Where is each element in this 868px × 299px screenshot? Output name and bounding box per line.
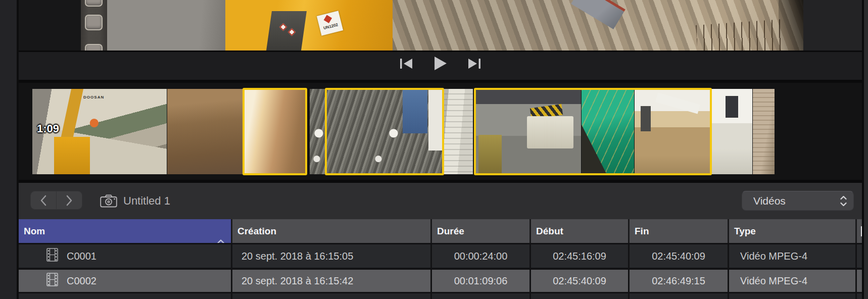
clip-filmstrip: DOOSAN 1:09 — [19, 83, 862, 180]
history-nav-control — [30, 191, 82, 210]
cell-type: Vidéo MPEG-4 — [729, 244, 855, 268]
column-label: Début — [536, 226, 563, 236]
cell-type — [729, 293, 855, 299]
hazard-plate: UN1202 — [317, 11, 343, 35]
cell-debut: 02:45:40:09 — [531, 270, 628, 292]
media-filter-value: Vidéos — [742, 195, 840, 207]
metal-beam — [571, 0, 625, 29]
column-header-type[interactable]: Type — [729, 219, 855, 243]
hazard-diamond-icon — [324, 15, 332, 23]
selection-outline — [474, 88, 712, 175]
camera-icon — [100, 194, 117, 210]
yellow-machine: UN1202 — [225, 0, 393, 51]
cell-creation: 20 sept. 2018 à 16:15:05 — [232, 244, 430, 268]
table-row-partial — [19, 293, 862, 299]
shadow-edge — [779, 0, 803, 51]
cell-type: Vidéo MPEG-4 — [729, 270, 855, 292]
cell-duree: 00:01:09:06 — [432, 270, 529, 292]
play-icon — [434, 57, 447, 70]
selection-outline — [325, 88, 444, 175]
table-row[interactable]: C0001 20 sept. 2018 à 16:15:05 00:00:24:… — [19, 244, 862, 268]
column-header-fin[interactable]: Fin — [630, 219, 728, 243]
skip-to-start-icon — [400, 58, 413, 69]
sprocket-hole — [85, 0, 103, 7]
table-header: Nom Création Durée Début Fin Type — [19, 219, 862, 243]
playback-controls — [19, 52, 862, 80]
chevron-right-icon — [66, 195, 73, 206]
cell-fin: 02:45:40:09 — [630, 244, 728, 268]
window-opening — [726, 96, 739, 118]
cell-clipped — [857, 293, 862, 299]
window-right-edge — [864, 0, 868, 299]
rocky-excavation-area — [393, 0, 803, 51]
column-header-nom[interactable]: Nom — [19, 219, 231, 243]
forward-button[interactable] — [57, 191, 82, 209]
back-button[interactable] — [31, 191, 57, 209]
cell-creation: 20 sept. 2018 à 16:15:42 — [232, 270, 430, 292]
clip-thumbnail[interactable] — [444, 89, 473, 174]
chevron-left-icon — [40, 195, 47, 206]
clip-thumbnail[interactable] — [711, 89, 752, 174]
skip-to-end-button[interactable] — [468, 58, 481, 69]
media-filter-dropdown[interactable]: Vidéos — [742, 191, 854, 211]
column-header-clipped — [857, 219, 862, 243]
column-header-creation[interactable]: Création — [232, 219, 430, 243]
clip-thumbnail[interactable] — [167, 89, 243, 174]
table-row[interactable]: C0002 20 sept. 2018 à 16:15:42 00:01:09:… — [19, 270, 862, 292]
clip-name: C0002 — [67, 275, 97, 287]
cell-duree: 00:00:24:00 — [432, 244, 529, 268]
divider — [17, 0, 19, 299]
media-import-window: UN1202 DOOSAN — [0, 0, 868, 299]
skip-to-start-button[interactable] — [400, 58, 413, 69]
machine-panel — [266, 11, 307, 51]
cell-creation — [232, 293, 430, 299]
yellow-equipment — [54, 137, 90, 174]
cell-clipped — [857, 244, 862, 268]
cell-debut: 02:45:16:09 — [531, 244, 628, 268]
cell-nom: C0002 — [19, 270, 231, 292]
clip-thumbnail[interactable] — [753, 89, 775, 174]
sprocket-hole — [85, 44, 103, 51]
cell-clipped — [857, 270, 862, 292]
event-toolbar: Untitled 1 Vidéos — [19, 183, 862, 219]
hazard-plate-label: UN1202 — [320, 22, 343, 31]
play-button[interactable] — [434, 57, 447, 70]
cell-fin: 02:46:49:15 — [630, 270, 728, 292]
rebar-rods — [696, 19, 784, 51]
column-label: Nom — [24, 226, 45, 236]
cell-fin — [630, 293, 728, 299]
machine-brand-label: DOOSAN — [83, 95, 104, 99]
chevron-up-down-icon — [840, 195, 847, 207]
clip-thumbnail[interactable] — [310, 89, 325, 174]
video-preview[interactable]: UN1202 — [107, 0, 803, 51]
column-label: Création — [237, 226, 276, 236]
column-header-debut[interactable]: Début — [531, 219, 628, 243]
crane-arm — [61, 89, 83, 137]
column-header-duree[interactable]: Durée — [432, 219, 529, 243]
clip-name: C0001 — [67, 251, 97, 262]
clip-duration-badge: 1:09 — [37, 122, 59, 135]
video-preview-pane: UN1202 — [19, 0, 862, 51]
window-left-edge — [0, 0, 17, 299]
skip-to-end-icon — [468, 58, 481, 69]
film-clip-icon — [46, 273, 58, 289]
cell-nom — [19, 293, 231, 299]
cell-duree — [432, 293, 529, 299]
cell-debut — [531, 293, 628, 299]
preview-letterbox — [19, 0, 81, 51]
concrete-wall — [107, 0, 225, 51]
sprocket-hole — [85, 15, 103, 30]
column-label: Type — [734, 226, 756, 236]
filmstrip-sprocket-decoration — [81, 0, 107, 51]
column-label: Durée — [437, 226, 464, 236]
column-label: Fin — [635, 226, 649, 236]
film-clip-icon — [46, 248, 58, 264]
cell-nom: C0001 — [19, 244, 231, 268]
selection-outline — [243, 88, 307, 175]
event-title: Untitled 1 — [123, 183, 170, 219]
